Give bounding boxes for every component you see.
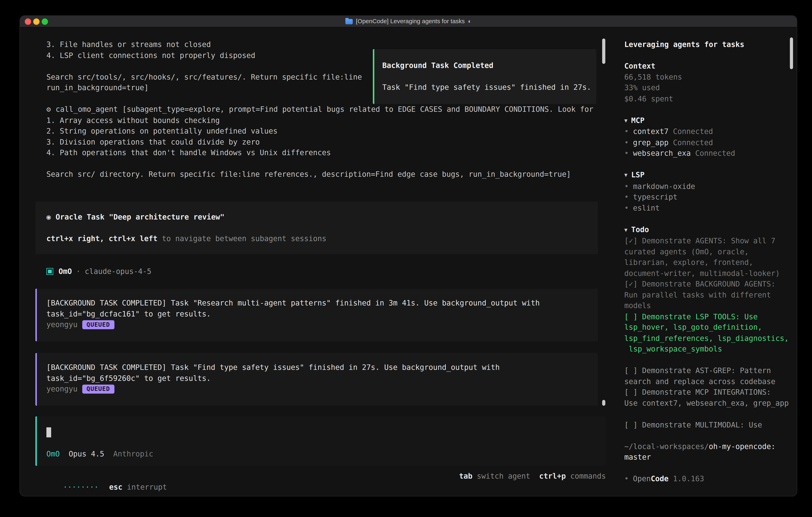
mcp-status	[669, 127, 673, 136]
context-used: 33% used	[625, 82, 794, 93]
oracle-task-panel: ◉Oracle Task "Deep architecture review" …	[35, 201, 598, 254]
tab-key-hint: tab	[459, 472, 472, 480]
statusbar-right: tab switch agentctrl+p commands	[459, 471, 606, 482]
tool-call-head: call_omo_agent [subagent_type=explore, p…	[56, 105, 593, 113]
terminal-line-blank	[46, 158, 603, 169]
workspace-path: ~/local-workspaces/oh-my-opencode:	[625, 441, 794, 452]
desktop: [OpenCode] Leveraging agents for tasks ◐…	[0, 0, 812, 517]
workspace-branch: master	[625, 452, 794, 462]
terminal-line: 3. File handles or streams not closed	[46, 39, 603, 50]
tool-call-item: 2. String operations on potentially unde…	[46, 126, 603, 136]
toast-body: Task "Find type safety issues" finished …	[382, 82, 596, 92]
chevron-down-icon: ▼	[625, 117, 628, 123]
spinner-dots: ········	[63, 483, 99, 491]
minimize-button[interactable]	[33, 19, 39, 25]
lsp-section-header[interactable]: ▼LSP	[625, 169, 794, 181]
scrollbar-marker[interactable]	[602, 400, 605, 406]
esc-key-label: interrupt	[122, 483, 167, 491]
tool-call-tail: Search src/ directory. Return specific f…	[46, 169, 603, 180]
message-line: task_id="bg_6f59260c" to get results.	[46, 373, 598, 383]
oracle-hint: ctrl+x right, ctrl+x left to navigate be…	[46, 233, 598, 244]
lsp-item: •markdown-oxide	[625, 181, 794, 192]
gear-icon: ⚙	[46, 105, 51, 113]
ctrlp-key-hint: ctrl+p	[539, 472, 566, 480]
tool-call-item: 1. Array access without bounds checking	[46, 115, 603, 126]
window-title: [OpenCode] Leveraging agents for tasks	[356, 16, 465, 27]
todo-item: [✓] Demonstrate BACKGROUND AGENTS: Run p…	[625, 278, 794, 311]
sidebar: Leveraging agents for tasks Context 66,5…	[625, 27, 794, 484]
message-line: [BACKGROUND TASK COMPLETED] Task "Find t…	[46, 362, 598, 373]
ctrlp-key-label: commands	[566, 472, 606, 480]
todo-item: [ ] Demonstrate AST-GREP: Pattern search…	[625, 365, 794, 387]
tool-call-line: ⚙call_omo_agent [subagent_type=explore, …	[46, 104, 603, 115]
zoom-button[interactable]	[41, 19, 48, 25]
bullet-icon: •	[625, 138, 629, 146]
oracle-task-title: ◉Oracle Task "Deep architecture review"	[46, 212, 598, 222]
background-task-message: [BACKGROUND TASK COMPLETED] Task "Find t…	[35, 353, 598, 406]
mcp-item: •context7 Connected	[625, 126, 794, 137]
text-cursor	[46, 428, 51, 437]
context-spent: $0.46 spent	[625, 93, 794, 104]
bullet-icon: •	[625, 474, 629, 483]
opencode-window: [OpenCode] Leveraging agents for tasks ◐…	[20, 16, 798, 497]
todo-item: [✓] Demonstrate AGENTS: Show all 7 curat…	[625, 235, 794, 278]
workspace-repo: oh-my-opencode:	[709, 442, 776, 450]
context-tokens: 66,518 tokens	[625, 72, 794, 82]
agent-icon	[46, 268, 53, 275]
moon-icon: ◐	[468, 16, 471, 27]
mcp-item: •grep_app Connected	[625, 137, 794, 148]
folder-icon	[345, 19, 353, 24]
context-header: Context	[625, 61, 794, 71]
todo-item: [ ] Demonstrate MCP INTEGRATIONS: Use co…	[625, 387, 794, 408]
todo-item-active: [ ] Demonstrate LSP TOOLS: Use lsp_hover…	[625, 311, 794, 354]
session-title: Leveraging agents for tasks	[625, 39, 794, 50]
input-provider-name: Anthropic	[113, 448, 153, 459]
tool-call-item: 3. Division operations that could divide…	[46, 136, 603, 147]
chevron-down-icon: ▼	[625, 172, 628, 178]
message-line: [BACKGROUND TASK COMPLETED] Task "Resear…	[46, 298, 598, 308]
input-agent-name: OmO	[46, 448, 60, 459]
lsp-item: •typescript	[625, 192, 794, 202]
agent-header: OmO · claude-opus-4-5	[46, 266, 151, 277]
mcp-section-header[interactable]: ▼MCP	[625, 115, 794, 126]
todo-section-header[interactable]: ▼Todo	[625, 224, 794, 235]
bullet-icon: •	[625, 193, 629, 201]
todo-item: [ ] Demonstrate MULTIMODAL: Use	[625, 419, 794, 430]
bullet-icon: •	[625, 182, 629, 190]
oracle-task-icon: ◉	[46, 213, 51, 221]
bullet-icon: •	[625, 149, 629, 157]
message-author: yeongyu	[46, 384, 78, 394]
esc-key-hint: esc	[109, 483, 122, 491]
tool-call-item: 4. Path operations that don't handle Win…	[46, 147, 603, 158]
close-button[interactable]	[25, 19, 31, 25]
titlebar-title: [OpenCode] Leveraging agents for tasks ◐	[20, 16, 796, 27]
queued-badge: QUEUED	[82, 384, 114, 393]
lsp-item: •eslint	[625, 202, 794, 213]
message-author: yeongyu	[46, 319, 78, 330]
bullet-icon: •	[625, 203, 629, 212]
tab-key-label: switch agent	[472, 472, 530, 480]
prompt-input[interactable]: OmO Opus 4.5 Anthropic	[35, 416, 606, 466]
queued-badge: QUEUED	[82, 320, 114, 329]
titlebar[interactable]: [OpenCode] Leveraging agents for tasks ◐	[20, 16, 796, 27]
agent-model: claude-opus-4-5	[85, 266, 151, 277]
input-model-name: Opus 4.5	[69, 448, 104, 459]
app-version: •OpenCode 1.0.163	[625, 473, 794, 484]
bullet-icon: •	[625, 127, 629, 136]
message-line: task_id="bg_dcfac161" to get results.	[46, 308, 598, 319]
background-task-toast: Background Task Completed Task "Find typ…	[373, 49, 597, 104]
background-task-message: [BACKGROUND TASK COMPLETED] Task "Resear…	[35, 289, 598, 342]
agent-name: OmO	[59, 266, 72, 277]
oracle-hint-text: to navigate between subagent sessions	[157, 234, 326, 243]
agent-separator: ·	[76, 266, 81, 277]
traffic-lights	[25, 16, 48, 27]
mcp-item: •websearch_exa Connected	[625, 148, 794, 159]
toast-title: Background Task Completed	[382, 60, 596, 71]
oracle-hint-keys: ctrl+x right, ctrl+x left	[46, 234, 157, 243]
statusbar: ········esc interrupt tab switch agentct…	[36, 471, 606, 482]
chevron-down-icon: ▼	[625, 226, 628, 232]
input-footer: OmO Opus 4.5 Anthropic	[46, 448, 153, 459]
